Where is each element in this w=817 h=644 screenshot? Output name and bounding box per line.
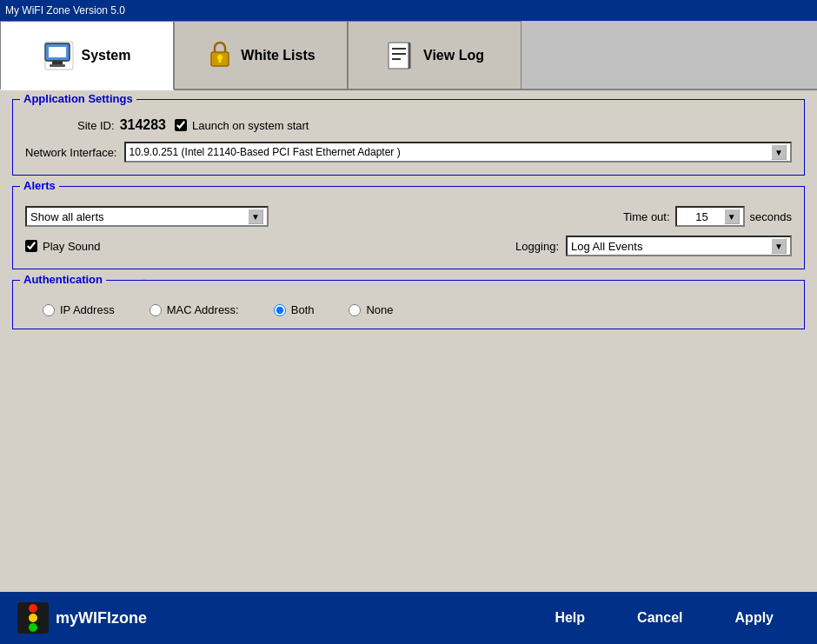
title-bar: My WiFI Zone Version 5.0 [0, 0, 817, 21]
auth-mac-text: MAC Address: [167, 303, 239, 316]
footer-logo-text: myWIFIzone [56, 609, 147, 627]
footer-logo: myWIFIzone [17, 602, 546, 634]
tab-viewlog-label: View Log [423, 48, 484, 63]
svg-rect-1 [49, 47, 66, 57]
auth-both-radio[interactable] [274, 304, 286, 316]
svg-rect-3 [50, 64, 65, 67]
auth-none-radio[interactable] [349, 304, 361, 316]
play-sound-checkbox[interactable] [25, 240, 37, 252]
auth-none-label[interactable]: None [349, 303, 393, 316]
tab-system[interactable]: System [0, 21, 174, 90]
app-settings-title: Application Settings [20, 92, 136, 105]
network-label: Network Interface: [25, 146, 117, 159]
footer: myWIFIzone Help Cancel Apply [0, 592, 817, 644]
tab-bar: System White Lists View Log [0, 21, 817, 90]
auth-options: IP Address MAC Address: Both None [25, 303, 792, 316]
network-dropdown[interactable]: 10.9.0.251 (Intel 21140-Based PCI Fast E… [124, 142, 793, 163]
apply-button[interactable]: Apply [727, 607, 782, 629]
launch-checkbox[interactable] [175, 119, 187, 131]
auth-none-text: None [366, 303, 393, 316]
timeout-dropdown[interactable]: 15 ▼ [675, 206, 745, 227]
footer-buttons: Help Cancel Apply [546, 607, 782, 629]
alerts-title: Alerts [20, 179, 59, 192]
auth-ip-label[interactable]: IP Address [43, 303, 115, 316]
lock-icon [206, 40, 234, 71]
tab-viewlog[interactable]: View Log [348, 21, 521, 89]
site-id-label: Site ID: [77, 119, 115, 132]
logging-group: Logging: Log All Events ▼ [515, 236, 792, 256]
timeout-dropdown-arrow[interactable]: ▼ [724, 209, 740, 224]
logging-label: Logging: [515, 240, 559, 253]
alerts-dropdown-arrow[interactable]: ▼ [248, 209, 263, 224]
auth-mac-radio[interactable] [149, 304, 162, 316]
svg-rect-7 [219, 58, 222, 63]
alerts-dropdown-value: Show all alerts [30, 210, 248, 223]
auth-both-text: Both [291, 303, 315, 316]
timeout-value: 15 [681, 210, 724, 223]
launch-label: Launch on system start [192, 119, 309, 132]
traffic-light-icon [17, 602, 49, 634]
auth-ip-radio[interactable] [43, 304, 55, 316]
timeout-group: Time out: 15 ▼ seconds [623, 206, 792, 227]
alerts-row2: Play Sound Logging: Log All Events ▼ [25, 236, 792, 256]
site-id-value: 314283 [120, 117, 166, 133]
auth-mac-label[interactable]: MAC Address: [149, 303, 239, 316]
alerts-dropdown[interactable]: Show all alerts ▼ [25, 206, 269, 227]
logging-dropdown-arrow[interactable]: ▼ [771, 238, 787, 254]
system-icon [43, 40, 75, 71]
network-row: Network Interface: 10.9.0.251 (Intel 211… [25, 142, 792, 163]
help-button[interactable]: Help [546, 607, 594, 629]
timeout-label: Time out: [623, 210, 670, 223]
alerts-row1: Show all alerts ▼ Time out: 15 ▼ seconds [25, 206, 792, 227]
seconds-label: seconds [750, 210, 792, 223]
alerts-section: Alerts Show all alerts ▼ Time out: 15 ▼ … [12, 186, 805, 269]
tab-whitelists-label: White Lists [241, 48, 315, 63]
network-dropdown-value: 10.9.0.251 (Intel 21140-Based PCI Fast E… [130, 146, 772, 158]
auth-section: Authentication IP Address MAC Address: B… [12, 280, 805, 329]
tab-system-label: System [82, 48, 131, 63]
tab-whitelists[interactable]: White Lists [174, 21, 348, 89]
app-settings-section: Application Settings Site ID: 314283 Lau… [12, 99, 805, 176]
logging-dropdown[interactable]: Log All Events ▼ [566, 236, 792, 256]
log-icon [385, 40, 416, 71]
play-sound-text: Play Sound [43, 240, 101, 253]
auth-both-label[interactable]: Both [274, 303, 315, 316]
title-text: My WiFI Zone Version 5.0 [5, 4, 125, 17]
cancel-button[interactable]: Cancel [628, 607, 691, 629]
svg-rect-8 [389, 43, 409, 69]
svg-rect-2 [52, 61, 63, 64]
logging-value: Log All Events [571, 240, 771, 253]
auth-ip-text: IP Address [60, 303, 115, 316]
network-dropdown-arrow[interactable]: ▼ [771, 144, 787, 160]
site-id-row: Site ID: 314283 Launch on system start [25, 117, 792, 133]
play-sound-label[interactable]: Play Sound [25, 240, 101, 253]
auth-title: Authentication [20, 273, 106, 286]
